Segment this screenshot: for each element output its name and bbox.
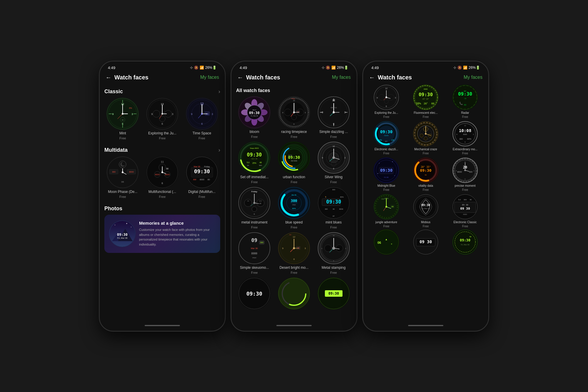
- watch-face-metal-inst[interactable]: Friday 6 300 8000 BT: [238, 187, 270, 219]
- watch-name-sm-fluorescent: Fluorescent elec...: [414, 111, 438, 114]
- watch-face-racing[interactable]: 12 3 6 9 300 06 FRI: [278, 96, 310, 129]
- watch-price-urban: Free: [291, 180, 298, 184]
- watch-face-timespace[interactable]: 12 3 6 9 06: [186, 98, 218, 130]
- watch-face-simple-sk[interactable]: 09 Mar 30 300 8000 steps: [238, 232, 270, 264]
- watch-name-sm-midnight: Midnight Blue: [377, 184, 395, 187]
- watch-item-sm-extraordinary[interactable]: 10:08 8000 12 3 6 9 300 80% Extraordinar…: [447, 121, 484, 155]
- watch-face-sm-mech-craze[interactable]: [413, 121, 439, 147]
- watch-item-sm-elec-classic[interactable]: 09 30 09 30 5.0 300 80 8000 Electronic C…: [447, 194, 484, 228]
- watch-item-sm-mobius[interactable]: 09:30 Fri Mar 06 Mobius Free: [407, 194, 444, 228]
- watch-face-urban[interactable]: 07:00 09:30 AM 03/06: [278, 141, 310, 174]
- watch-face-sm-midnight[interactable]: 09:30 Fri 06: [373, 157, 399, 183]
- watch-item-sm-jungle[interactable]: 06 FRI 03/06 N jungle adventure Free: [368, 194, 405, 228]
- back-arrow-3[interactable]: ←: [369, 74, 375, 81]
- watch-item-moonphase[interactable]: 300 8000 06 Moon Phase (De... Free: [104, 156, 141, 198]
- header-left-3[interactable]: ← Watch faces: [369, 74, 412, 81]
- watch-item-simple-dazzle[interactable]: 12 3 6 9: [315, 96, 352, 139]
- watch-face-sm-precise[interactable]: 20 8000 300 12 3 6 9: [452, 157, 478, 183]
- watch-item-mint[interactable]: 12 6 9 3 30 6%: [104, 98, 141, 140]
- watch-name-mint-blues: mint blues: [325, 220, 342, 224]
- watch-face-set-off[interactable]: Steps 8000 09:30 SEC 36 5.0 km 25% 48 bp…: [238, 141, 270, 174]
- watch-face-bloom[interactable]: WE 8 09:30 Fri, Mar 06: [238, 96, 270, 129]
- watch-item-racing[interactable]: 12 3 6 9 300 06 FRI: [276, 96, 313, 139]
- watch-face-moonphase[interactable]: 300 8000 06: [106, 156, 139, 189]
- watch-item-sm-extra1[interactable]: 06 ▲ +: [368, 229, 405, 255]
- watch-face-exploring[interactable]: 12 6 9 3: [146, 98, 178, 130]
- watch-item-partial1[interactable]: 09:30: [236, 277, 273, 310]
- my-faces-btn-1[interactable]: My faces: [200, 75, 219, 80]
- watch-face-sm-mobius[interactable]: 09:30 Fri Mar 06: [413, 194, 439, 220]
- photos-banner[interactable]: 09:30 Fri, Mar 06 Memories at a glance C…: [104, 215, 220, 253]
- watch-face-sm-radar[interactable]: 09:30 :38 📞 20° 88: [452, 84, 478, 110]
- watch-item-metal-stamp[interactable]: 12 3 6 9 Metal stamping: [315, 232, 352, 274]
- watch-item-set-off[interactable]: Steps 8000 09:30 SEC 36 5.0 km 25% 48 bp…: [236, 141, 273, 184]
- svg-text:300: 300: [293, 98, 295, 100]
- watch-face-sm-fluorescent[interactable]: 09:30 26° 28° 60% 26° 88 8000: [413, 84, 439, 110]
- multidata-section-header[interactable]: Multidata ›: [104, 143, 220, 156]
- watch-item-partial3[interactable]: 09:30: [315, 277, 352, 310]
- watch-face-sm-extraordinary[interactable]: 10:08 8000 12 3 6 9 300 80%: [452, 121, 478, 147]
- watch-face-mint[interactable]: 12 6 9 3 30 6%: [106, 98, 139, 130]
- watch-item-metal-inst[interactable]: Friday 6 300 8000 BT: [236, 187, 273, 229]
- header-left-2[interactable]: ← Watch faces: [237, 74, 280, 81]
- watch-name-digital: Digital (Multifun...: [188, 190, 216, 194]
- watch-item-sm-extra3[interactable]: 09:30 Fri, Mar 06 89: [447, 229, 484, 255]
- svg-text:300: 300: [325, 208, 328, 210]
- classic-grid: 12 6 9 3 30 6%: [104, 98, 220, 140]
- watch-face-sm-jungle[interactable]: 06 FRI 03/06 N: [373, 194, 399, 220]
- watch-face-simple-dazzle[interactable]: 12 3 6 9: [318, 96, 350, 129]
- watch-face-silver[interactable]: 12 6 9 3: [318, 141, 350, 174]
- watch-item-sm-exploring-ju[interactable]: 12 3 6 9 Exploring the Ju... Free: [368, 84, 405, 119]
- watch-item-timespace[interactable]: 12 3 6 9 06 Time Spa: [183, 98, 220, 140]
- watch-item-bloom[interactable]: WE 8 09:30 Fri, Mar 06 bloom Free: [236, 96, 273, 139]
- classic-arrow[interactable]: ›: [218, 89, 220, 95]
- svg-text:09 30: 09 30: [460, 207, 470, 211]
- watch-item-desert[interactable]: 12 3 6 9 06 FRI: [276, 232, 313, 274]
- watch-name-moonphase: Moon Phase (De...: [108, 190, 137, 194]
- back-arrow-2[interactable]: ←: [237, 74, 243, 81]
- watch-item-blue-speed[interactable]: Mar 06 300 steps 80% blue speed Free: [276, 187, 313, 229]
- watch-face-sm-exploring-ju[interactable]: 12 3 6 9: [373, 84, 399, 110]
- multidata-arrow[interactable]: ›: [218, 147, 220, 153]
- watch-item-silver[interactable]: 12 6 9 3: [315, 141, 352, 184]
- watch-item-simple-sk[interactable]: 09 Mar 30 300 8000 steps Simple skeuomo.…: [236, 232, 273, 274]
- watch-item-partial2[interactable]: [276, 277, 313, 310]
- watch-face-mint-blues[interactable]: 300 8T 09:30 🏃 80% 300 80 8000: [318, 187, 350, 219]
- watch-item-sm-elec-dazzle[interactable]: 09:30 03/06 80% BT C9 Electronic dazzli.…: [368, 121, 405, 155]
- svg-point-291: [420, 134, 423, 137]
- my-faces-btn-3[interactable]: My faces: [464, 75, 482, 80]
- watch-face-sm-elec-dazzle[interactable]: 09:30 03/06 80% BT C9: [373, 121, 399, 147]
- watch-price-sm-radar: Free: [462, 115, 468, 119]
- watch-face-multifunc[interactable]: 11 6 8000 8000 30: [146, 156, 178, 189]
- watch-item-mint-blues[interactable]: 300 8T 09:30 🏃 80% 300 80 8000 mint: [315, 187, 352, 229]
- watch-item-sm-fluorescent[interactable]: 09:30 26° 28° 60% 26° 88 8000 Fluorescen…: [407, 84, 444, 119]
- svg-text:9: 9: [377, 97, 378, 99]
- watch-face-digital[interactable]: 09:30 Mar 06 Friday AM 8000 80: [186, 156, 218, 189]
- svg-point-167: [332, 156, 335, 159]
- watch-face-blue-speed[interactable]: Mar 06 300 steps 80%: [278, 187, 310, 219]
- watch-face-desert[interactable]: 12 3 6 9 06 FRI: [278, 232, 310, 264]
- watch-item-sm-radar[interactable]: 09:30 :38 📞 20° 88 Radar Free: [447, 84, 484, 119]
- watch-item-sm-precise[interactable]: 20 8000 300 12 3 6 9 p: [447, 157, 484, 191]
- photos-banner-desc: Customize your watch face with photos fr…: [139, 227, 216, 247]
- watch-item-sm-vitality[interactable]: 20° 35° 09:30 89 vitality data Free: [407, 157, 444, 191]
- watch-item-sm-midnight[interactable]: 09:30 Fri 06 Midnight Blue Free: [368, 157, 405, 191]
- svg-text:SIMPLE: SIMPLE: [330, 106, 337, 108]
- watch-item-digital[interactable]: 09:30 Mar 06 Friday AM 8000 80 Digital (…: [183, 156, 220, 198]
- my-faces-btn-2[interactable]: My faces: [332, 75, 351, 80]
- watch-item-sm-extra2[interactable]: 09 30: [407, 229, 444, 255]
- classic-section-header[interactable]: Classic ›: [104, 84, 220, 98]
- watch-face-sm-elec-classic[interactable]: 09 30 09 30 5.0 300 80 8000: [452, 194, 478, 220]
- watch-face-metal-stamp[interactable]: 12 3 6 9: [318, 232, 350, 264]
- header-left-1[interactable]: ← Watch faces: [106, 74, 148, 81]
- nav-bar-1: [100, 323, 225, 331]
- watch-item-multifunc[interactable]: 11 6 8000 8000 30: [144, 156, 181, 198]
- watch-item-sm-mech-craze[interactable]: Mechanical craze Free: [407, 121, 444, 155]
- svg-text:📞: 📞: [459, 101, 463, 105]
- back-arrow-1[interactable]: ←: [106, 74, 111, 81]
- header-title-3: Watch faces: [378, 74, 412, 81]
- watch-face-sm-vitality[interactable]: 20° 35° 09:30 89: [413, 157, 439, 183]
- watch-item-urban[interactable]: 07:00 09:30 AM 03/06 urban function Free: [276, 141, 313, 184]
- watch-price-sm-elec-classic: Free: [462, 225, 468, 228]
- watch-item-exploring[interactable]: 12 6 9 3 Exploring the Ju...: [144, 98, 181, 140]
